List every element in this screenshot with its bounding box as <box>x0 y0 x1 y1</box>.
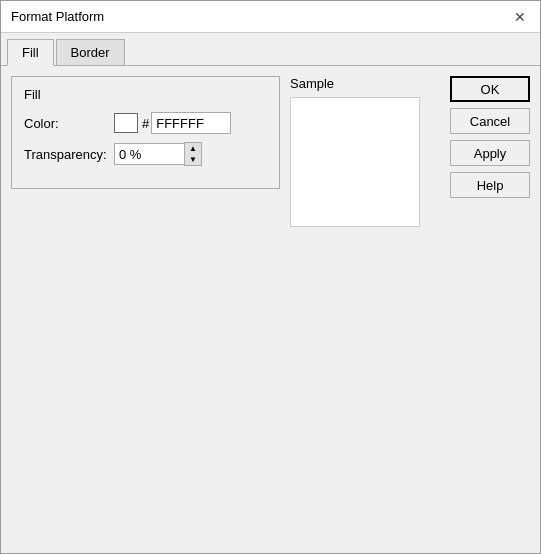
title-bar: Format Platform ✕ <box>1 1 540 33</box>
right-buttons: OK Cancel Apply Help <box>450 76 530 543</box>
sample-box <box>290 97 420 227</box>
tab-border[interactable]: Border <box>56 39 125 65</box>
color-label: Color: <box>24 116 114 131</box>
transparency-label: Transparency: <box>24 147 114 162</box>
sample-label: Sample <box>290 76 440 91</box>
color-input[interactable] <box>151 112 231 134</box>
fill-group-label: Fill <box>24 87 267 102</box>
spinner-buttons: ▲ ▼ <box>184 142 202 166</box>
transparency-row: Transparency: ▲ ▼ <box>24 142 267 166</box>
hash-symbol: # <box>142 116 149 131</box>
fill-group: Fill Color: # Transparency: <box>11 76 280 189</box>
help-button[interactable]: Help <box>450 172 530 198</box>
content-left: Fill Color: # Transparency: <box>11 76 280 543</box>
tab-bar: Fill Border <box>1 33 540 66</box>
dialog-body: Fill Color: # Transparency: <box>1 66 540 553</box>
sample-panel: Sample <box>290 76 440 543</box>
spinner-down-button[interactable]: ▼ <box>185 154 201 165</box>
spinner-up-button[interactable]: ▲ <box>185 143 201 154</box>
color-swatch[interactable] <box>114 113 138 133</box>
format-platform-dialog: Format Platform ✕ Fill Border Fill Color… <box>0 0 541 554</box>
close-button[interactable]: ✕ <box>510 7 530 27</box>
apply-button[interactable]: Apply <box>450 140 530 166</box>
transparency-spinner: ▲ ▼ <box>114 142 202 166</box>
color-row: Color: # <box>24 112 267 134</box>
transparency-input[interactable] <box>114 143 184 165</box>
cancel-button[interactable]: Cancel <box>450 108 530 134</box>
ok-button[interactable]: OK <box>450 76 530 102</box>
tab-fill[interactable]: Fill <box>7 39 54 66</box>
main-content: Fill Color: # Transparency: <box>11 76 440 543</box>
dialog-title: Format Platform <box>11 9 104 24</box>
